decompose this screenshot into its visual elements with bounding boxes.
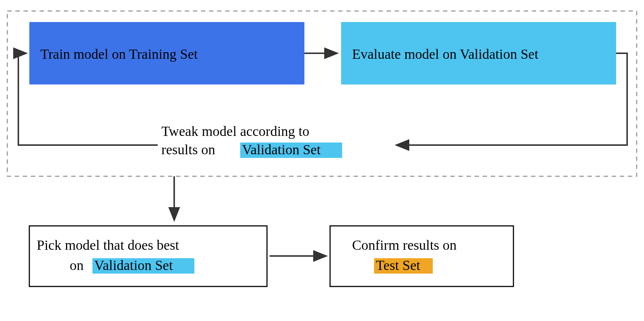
- tweak-block: Tweak model according to results on Vali…: [161, 123, 342, 158]
- pick-box: Pick model that does best on Validation …: [29, 226, 267, 286]
- svg-rect-4: [330, 226, 513, 286]
- pick-line1: Pick model that does best: [37, 237, 179, 253]
- pick-highlight: Validation Set: [94, 257, 173, 273]
- tweak-line2-pre: results on: [161, 142, 215, 157]
- confirm-box: Confirm results on Test Set: [330, 226, 513, 286]
- svg-rect-3: [29, 226, 267, 286]
- evaluate-box: Evaluate model on Validation Set: [341, 22, 616, 84]
- train-label: Train model on Training Set: [40, 46, 198, 62]
- train-box: Train model on Training Set: [29, 22, 304, 84]
- tweak-highlight: Validation Set: [242, 142, 321, 157]
- confirm-line1: Confirm results on: [352, 237, 457, 253]
- evaluate-label: Evaluate model on Validation Set: [352, 46, 538, 62]
- tweak-line1: Tweak model according to: [161, 123, 310, 139]
- confirm-highlight: Test Set: [376, 257, 420, 273]
- pick-line2-pre: on: [70, 257, 84, 273]
- ml-workflow-diagram: Train model on Training Set Evaluate mod…: [0, 0, 644, 321]
